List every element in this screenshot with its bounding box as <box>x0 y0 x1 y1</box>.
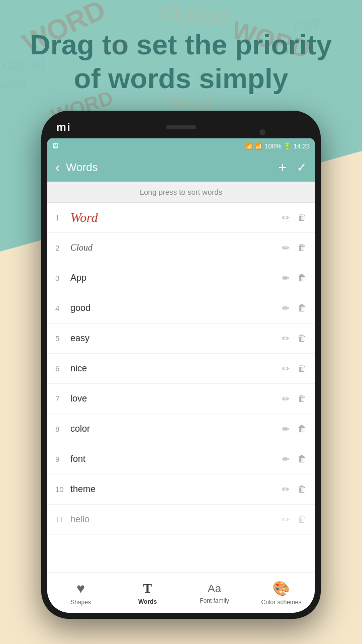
word-list: 1 Word ✏ 🗑 2 Cloud ✏ 🗑 <box>47 203 315 613</box>
hint-bar: Long press to sort words <box>47 182 315 203</box>
delete-icon[interactable]: 🗑 <box>298 454 307 464</box>
hero-text: Drag to set the priority of words simply <box>0 28 362 95</box>
font-family-icon: Aa <box>208 582 221 595</box>
word-text: nice <box>70 363 282 374</box>
word-number: 5 <box>55 334 70 343</box>
word-text: Cloud <box>70 243 282 253</box>
hint-text: Long press to sort words <box>140 188 222 196</box>
word-actions: ✏ 🗑 <box>282 363 307 374</box>
word-item: 3 App ✏ 🗑 <box>47 263 315 293</box>
word-actions: ✏ 🗑 <box>282 243 307 254</box>
status-bar: 🖼 📶 📶 100% 🔋 14:23 <box>47 138 315 153</box>
word-number: 9 <box>55 455 70 463</box>
notification-icon: 🖼 <box>52 142 58 149</box>
nav-label-shapes: Shapes <box>70 599 91 606</box>
word-item: 1 Word ✏ 🗑 <box>47 203 315 233</box>
word-item: 8 color ✏ 🗑 <box>47 414 315 444</box>
app-header: ‹ Words + ✓ <box>47 153 315 182</box>
delete-icon[interactable]: 🗑 <box>298 484 307 495</box>
screen-content: 🖼 📶 📶 100% 🔋 14:23 ‹ Words + ✓ <box>47 138 315 613</box>
word-number: 7 <box>55 394 70 403</box>
clock: 14:23 <box>293 142 310 150</box>
word-text: good <box>70 303 282 313</box>
word-actions: ✏ 🗑 <box>282 333 307 344</box>
nav-item-color-schemes[interactable]: 🎨 Color schemes <box>248 576 315 610</box>
edit-icon[interactable]: ✏ <box>282 393 290 405</box>
nav-label-words: Words <box>138 598 157 605</box>
word-number: 6 <box>55 364 70 373</box>
hero-subtitle: of words simply <box>0 61 362 95</box>
word-item: 7 love ✏ 🗑 <box>47 384 315 414</box>
edit-icon[interactable]: ✏ <box>282 424 290 435</box>
status-right: 📶 📶 100% 🔋 14:23 <box>245 142 310 150</box>
mi-logo: mi <box>56 121 71 134</box>
nav-label-font-family: Font family <box>200 597 229 604</box>
delete-icon[interactable]: 🗑 <box>298 363 307 374</box>
word-item: 9 font ✏ 🗑 <box>47 444 315 474</box>
word-text: hello <box>70 514 282 525</box>
word-item-partial: 11 hello ✏ 🗑 <box>47 505 315 535</box>
nav-item-shapes[interactable]: ♥ Shapes <box>47 577 114 610</box>
delete-icon[interactable]: 🗑 <box>298 212 307 223</box>
word-actions: ✏ 🗑 <box>282 424 307 435</box>
delete-icon[interactable]: 🗑 <box>298 273 307 283</box>
add-word-button[interactable]: + <box>279 159 287 176</box>
delete-icon[interactable]: 🗑 <box>298 514 307 525</box>
word-number: 3 <box>55 274 70 282</box>
nav-label-color-schemes: Color schemes <box>261 599 301 606</box>
word-actions: ✏ 🗑 <box>282 514 307 525</box>
word-actions: ✏ 🗑 <box>282 393 307 405</box>
delete-icon[interactable]: 🗑 <box>298 303 307 313</box>
nav-item-font-family[interactable]: Aa Font family <box>181 578 248 608</box>
word-number: 4 <box>55 304 70 312</box>
word-text: love <box>70 393 282 404</box>
word-text: App <box>70 273 282 283</box>
edit-icon[interactable]: ✏ <box>282 212 290 223</box>
phone-top-bar: mi <box>56 118 306 136</box>
word-actions: ✏ 🗑 <box>282 484 307 495</box>
battery-icon: 🔋 <box>283 142 291 150</box>
delete-icon[interactable]: 🗑 <box>298 333 307 344</box>
delete-icon[interactable]: 🗑 <box>298 424 307 434</box>
word-actions: ✏ 🗑 <box>282 212 307 223</box>
status-left: 🖼 <box>52 142 58 149</box>
word-text: font <box>70 454 282 464</box>
word-text: theme <box>70 484 282 495</box>
color-schemes-icon: 🎨 <box>273 580 290 597</box>
words-icon: T <box>143 581 152 596</box>
word-text: easy <box>70 333 282 344</box>
edit-icon[interactable]: ✏ <box>282 484 290 495</box>
phone-camera <box>259 129 265 135</box>
phone-frame: mi 🖼 📶 📶 100% 🔋 14:23 ‹ Words <box>41 111 321 619</box>
word-actions: ✏ 🗑 <box>282 273 307 284</box>
edit-icon[interactable]: ✏ <box>282 363 290 374</box>
word-number: 1 <box>55 213 70 222</box>
edit-icon[interactable]: ✏ <box>282 333 290 344</box>
word-number: 8 <box>55 425 70 433</box>
word-text: color <box>70 424 282 434</box>
word-number: 11 <box>55 515 70 524</box>
word-item: 4 good ✏ 🗑 <box>47 293 315 324</box>
edit-icon[interactable]: ✏ <box>282 454 290 465</box>
edit-icon[interactable]: ✏ <box>282 514 290 525</box>
word-item: 10 theme ✏ 🗑 <box>47 474 315 505</box>
edit-icon[interactable]: ✏ <box>282 273 290 284</box>
back-button[interactable]: ‹ <box>55 159 60 176</box>
edit-icon[interactable]: ✏ <box>282 243 290 254</box>
word-number: 10 <box>55 485 70 494</box>
shapes-icon: ♥ <box>76 581 85 597</box>
delete-icon[interactable]: 🗑 <box>298 393 307 404</box>
word-text: Word <box>70 210 282 225</box>
word-item: 5 easy ✏ 🗑 <box>47 324 315 354</box>
phone-speaker <box>166 125 196 129</box>
word-number: 2 <box>55 244 70 252</box>
confirm-button[interactable]: ✓ <box>297 160 307 175</box>
hero-title: Drag to set the priority <box>0 28 362 61</box>
word-actions: ✏ 🗑 <box>282 454 307 465</box>
nav-item-words[interactable]: T Words <box>114 577 181 609</box>
word-item: 2 Cloud ✏ 🗑 <box>47 233 315 263</box>
signal-icons: 📶 📶 <box>245 142 263 150</box>
bottom-nav: ♥ Shapes T Words Aa Font family 🎨 Color … <box>47 573 315 613</box>
edit-icon[interactable]: ✏ <box>282 303 290 314</box>
delete-icon[interactable]: 🗑 <box>298 243 307 253</box>
